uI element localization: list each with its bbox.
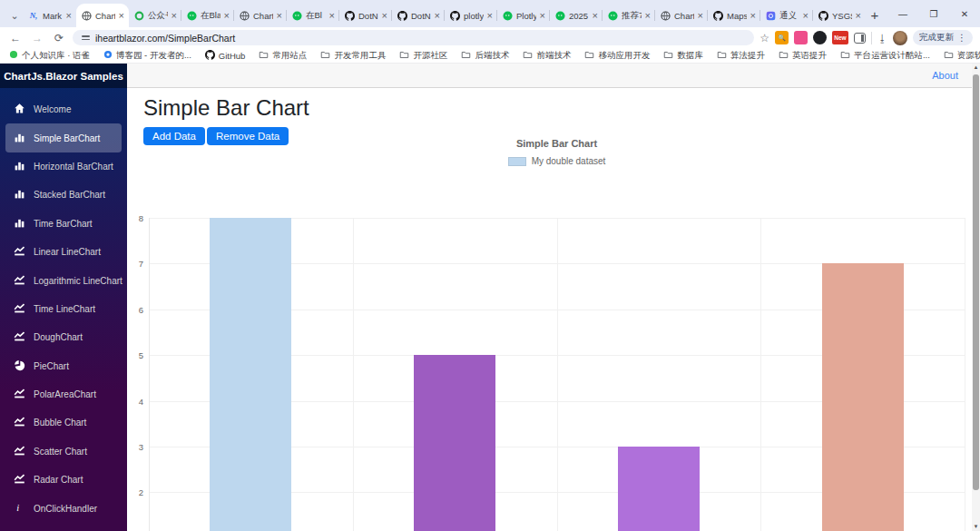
tab-label: 在Bla: [201, 10, 220, 22]
tab-close-icon[interactable]: ×: [487, 11, 493, 21]
bookmark-item[interactable]: 数据库: [663, 50, 703, 62]
extension-new-badge-icon[interactable]: New: [832, 31, 848, 44]
sidebar-item-time-linechart[interactable]: Time LineChart: [5, 295, 122, 323]
browser-tab[interactable]: 公众号×: [129, 4, 181, 27]
browser-tab[interactable]: 推荐7×: [603, 4, 655, 27]
browser-tab[interactable]: Chart×: [655, 4, 708, 27]
profile-avatar[interactable]: [893, 31, 907, 45]
tab-close-icon[interactable]: ×: [66, 11, 72, 21]
tab-close-icon[interactable]: ×: [698, 11, 703, 21]
window-controls: — ❐ ✕: [887, 0, 980, 27]
tab-search-chevron-icon[interactable]: ⌄: [5, 4, 24, 27]
update-chip[interactable]: 完成更新 ⋮: [913, 30, 973, 45]
back-icon[interactable]: ←: [7, 32, 24, 44]
browser-tab[interactable]: N,Mark×: [24, 4, 76, 27]
tab-label: Chart: [253, 11, 273, 21]
tab-close-icon[interactable]: ×: [172, 11, 177, 21]
about-link[interactable]: About: [932, 70, 958, 81]
extension-pink-icon[interactable]: [794, 31, 808, 44]
tab-close-icon[interactable]: ×: [540, 11, 545, 21]
sidebar-item-onclickhandler[interactable]: iOnClickHandler: [5, 494, 122, 522]
tab-close-icon[interactable]: ×: [329, 11, 335, 21]
browser-tab[interactable]: 2025×: [550, 4, 603, 27]
sidebar-item-bubble-chart[interactable]: Bubble Chart: [5, 408, 122, 437]
extension-dark-icon[interactable]: [813, 31, 827, 44]
bookmark-item[interactable]: 英语提升: [779, 50, 827, 62]
bookmark-item[interactable]: 开源社区: [399, 50, 447, 62]
sidebar-item-scatter-chart[interactable]: Scatter Chart: [5, 438, 122, 466]
tab-close-icon[interactable]: ×: [435, 11, 440, 21]
browser-tab[interactable]: 在Bl×: [287, 4, 339, 27]
bookmark-item[interactable]: 资源软件下载: [944, 50, 980, 62]
sidebar-item-logarithmic-linechart[interactable]: Logarithmic LineChart: [5, 266, 122, 294]
browser-menu-icon[interactable]: ⋮: [957, 33, 966, 43]
browser-tab[interactable]: 通义×: [760, 4, 813, 27]
home-icon: [14, 103, 25, 116]
sidebar-nav: WelcomeSimple BarChartHorizontal BarChar…: [0, 88, 127, 523]
bookmark-item[interactable]: 博客园 - 开发者的...: [103, 50, 191, 62]
page-scrollbar[interactable]: ▲ ▼: [972, 64, 980, 531]
browser-tab[interactable]: YSGS×: [813, 4, 866, 27]
sidebar-item-linear-linechart[interactable]: Linear LineChart: [5, 238, 122, 266]
sidebar-item-welcome[interactable]: Welcome: [5, 95, 122, 123]
tab-close-icon[interactable]: ×: [803, 11, 808, 21]
maximize-button[interactable]: ❐: [918, 9, 949, 19]
scroll-down-icon[interactable]: ▼: [972, 523, 980, 531]
sidebar-item-horizontal-barchart[interactable]: Horizontal BarChart: [5, 152, 122, 181]
wechat-favicon-icon: [554, 10, 565, 21]
gridline-vertical: [353, 218, 354, 531]
tab-close-icon[interactable]: ×: [224, 11, 230, 21]
bookmark-item[interactable]: 后端技术: [461, 50, 509, 62]
browser-tab[interactable]: Plotly×: [497, 4, 550, 27]
chart-legend[interactable]: My double dataset: [149, 156, 965, 166]
bookmark-item[interactable]: 开发常用工具: [320, 50, 386, 62]
site-settings-icon[interactable]: [82, 35, 90, 40]
bookmark-item[interactable]: 平台运营设计酷站...: [840, 50, 930, 62]
tab-close-icon[interactable]: ×: [750, 11, 756, 21]
forward-icon[interactable]: →: [29, 32, 45, 44]
sidebar-item-radar-chart[interactable]: Radar Chart: [5, 466, 122, 494]
sidebar-item-label: Time LineChart: [34, 304, 95, 314]
browser-tab[interactable]: Chart×: [76, 4, 129, 27]
bookmark-item[interactable]: 算法提升: [717, 50, 765, 62]
browser-tab[interactable]: Chart×: [234, 4, 287, 27]
side-panel-icon[interactable]: [854, 33, 866, 44]
bookmark-item[interactable]: 个人知识库 · 语雀: [9, 50, 90, 62]
browser-tab[interactable]: 在Bla×: [181, 4, 234, 27]
browser-tab[interactable]: Maps×: [708, 4, 760, 27]
sidebar-item-stacked-barchart[interactable]: Stacked BarChart: [5, 181, 122, 209]
scrollbar-thumb[interactable]: [973, 74, 979, 490]
sidebar-item-simple-barchart[interactable]: Simple BarChart: [5, 123, 122, 152]
sidebar-item-piechart[interactable]: PieChart: [5, 352, 122, 380]
extension-search-icon[interactable]: 🔍: [775, 31, 789, 44]
bookmark-star-icon[interactable]: ☆: [760, 32, 769, 44]
line-icon: [14, 330, 25, 344]
main-panel: Simple Bar Chart Add Data Remove Data Si…: [127, 88, 980, 145]
tab-close-icon[interactable]: ×: [645, 11, 651, 21]
tab-close-icon[interactable]: ×: [593, 11, 598, 21]
bookmark-item[interactable]: 移动应用开发: [584, 50, 650, 62]
tab-close-icon[interactable]: ×: [119, 11, 124, 21]
bookmark-item[interactable]: GitHub: [205, 50, 246, 62]
new-tab-button[interactable]: +: [864, 4, 886, 25]
sidebar-item-time-barchart[interactable]: Time BarChart: [5, 210, 122, 238]
tab-close-icon[interactable]: ×: [277, 11, 282, 21]
sidebar-item-polarareachart[interactable]: PolarAreaChart: [5, 380, 122, 408]
bookmark-item[interactable]: 前端技术: [523, 50, 571, 62]
bookmark-item[interactable]: 常用站点: [259, 50, 307, 62]
reload-icon[interactable]: ⟳: [51, 32, 67, 44]
browser-tab[interactable]: plotly×: [445, 4, 497, 27]
tab-close-icon[interactable]: ×: [856, 11, 861, 21]
browser-tab[interactable]: DotN×: [339, 4, 392, 27]
minimize-button[interactable]: —: [887, 9, 918, 19]
browser-tab[interactable]: DotN×: [392, 4, 445, 27]
bar-value-5: [414, 355, 495, 531]
sidebar-item-label: PieChart: [34, 361, 69, 371]
scroll-up-icon[interactable]: ▲: [972, 64, 980, 72]
sidebar-item-doughchart[interactable]: DoughChart: [5, 323, 122, 351]
tab-label: DotN: [358, 11, 378, 21]
close-button[interactable]: ✕: [949, 9, 980, 19]
downloads-icon[interactable]: ⭳: [877, 33, 887, 44]
tab-close-icon[interactable]: ×: [382, 11, 387, 21]
address-bar[interactable]: iheartblazor.com/SimpleBarChart: [73, 30, 754, 45]
